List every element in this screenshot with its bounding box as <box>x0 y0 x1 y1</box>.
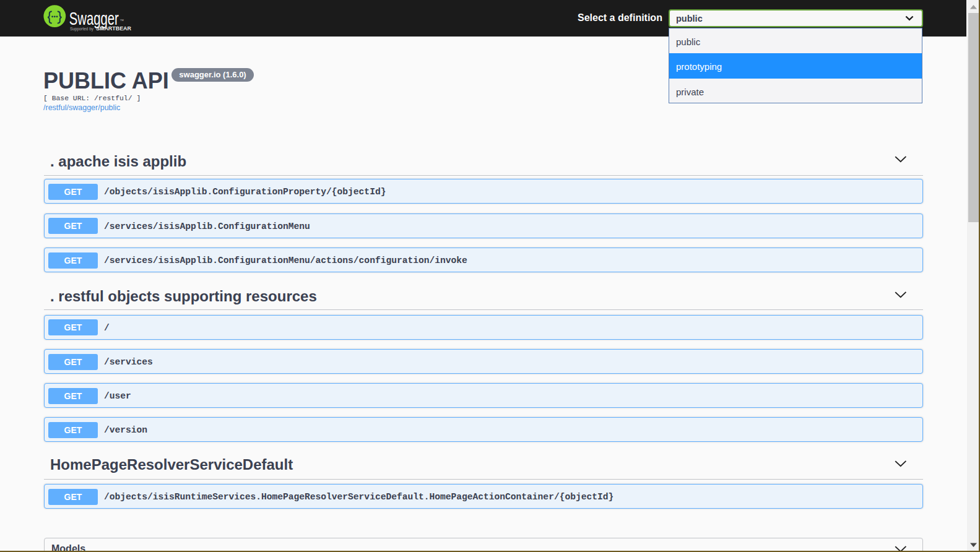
svg-text:Supported by: Supported by <box>70 26 93 32</box>
svg-text:SMARTBEAR: SMARTBEAR <box>96 25 131 32</box>
svg-text:TM: TM <box>120 19 124 22</box>
